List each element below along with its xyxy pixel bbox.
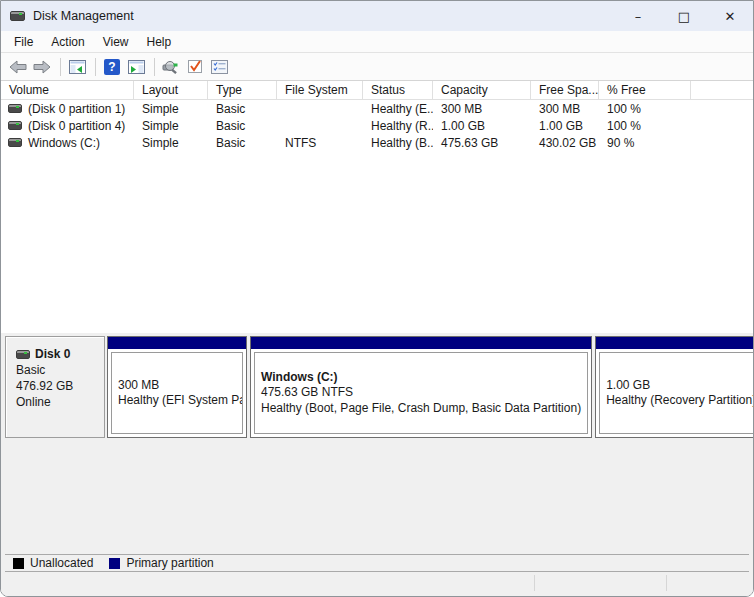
- show-console-tree-icon[interactable]: [66, 56, 88, 78]
- primary-partition-swatch: [109, 558, 120, 569]
- column-header-empty: [691, 81, 753, 99]
- close-button[interactable]: ✕: [707, 1, 753, 31]
- partition-status: Healthy (EFI System Parti: [118, 393, 236, 409]
- partition-color-band: [596, 337, 754, 349]
- menu-bar: File Action View Help: [1, 31, 753, 53]
- status-bar-separator: [666, 575, 667, 591]
- menu-file[interactable]: File: [5, 33, 42, 51]
- minimize-button[interactable]: –: [615, 1, 661, 31]
- disk-0-row: Disk 0 Basic 476.92 GB Online 300 MB Hea…: [5, 336, 749, 438]
- volume-name-cell: (Disk 0 partition 4): [1, 119, 134, 133]
- menu-help[interactable]: Help: [138, 33, 181, 51]
- unallocated-swatch: [13, 558, 24, 569]
- column-header-type[interactable]: Type: [208, 81, 277, 99]
- title-bar: Disk Management – □ ✕: [1, 1, 753, 31]
- type-cell: Basic: [208, 119, 277, 133]
- column-header-layout[interactable]: Layout: [134, 81, 208, 99]
- disk-0-type: Basic: [16, 362, 104, 378]
- column-header-free-space[interactable]: Free Spa...: [531, 81, 599, 99]
- free-space-cell: 430.02 GB: [531, 136, 599, 150]
- window-controls: – □ ✕: [615, 1, 753, 31]
- partition-size: 300 MB: [118, 378, 236, 394]
- disk-0-label: Disk 0: [35, 346, 70, 362]
- column-header-file-system[interactable]: File System: [277, 81, 363, 99]
- column-header-volume[interactable]: Volume: [1, 81, 134, 99]
- maximize-button[interactable]: □: [661, 1, 707, 31]
- menu-action[interactable]: Action: [42, 33, 93, 51]
- partition-efi-system[interactable]: 300 MB Healthy (EFI System Parti: [107, 336, 247, 438]
- disk-0-header-panel[interactable]: Disk 0 Basic 476.92 GB Online: [5, 336, 105, 438]
- layout-cell: Simple: [134, 136, 208, 150]
- partition-color-band: [108, 337, 246, 349]
- primary-partition-label: Primary partition: [126, 556, 213, 570]
- column-header-status[interactable]: Status: [363, 81, 433, 99]
- volume-name-cell: (Disk 0 partition 1): [1, 102, 134, 116]
- show-action-pane-icon[interactable]: [125, 56, 147, 78]
- unallocated-label: Unallocated: [30, 556, 93, 570]
- layout-cell: Simple: [134, 119, 208, 133]
- volume-name: Windows (C:): [28, 136, 100, 150]
- partition-color-band: [251, 337, 591, 349]
- volume-name: (Disk 0 partition 4): [28, 119, 125, 133]
- pct-free-cell: 100 %: [599, 102, 691, 116]
- partition-size: 475.63 GB NTFS: [261, 385, 581, 401]
- disk-0-size: 476.92 GB: [16, 378, 104, 394]
- layout-cell: Simple: [134, 102, 208, 116]
- partition-windows-c[interactable]: Windows (C:) 475.63 GB NTFS Healthy (Boo…: [250, 336, 592, 438]
- status-cell: Healthy (B...: [363, 136, 433, 150]
- partition-status: Healthy (Recovery Partition): [606, 393, 754, 409]
- column-header-pct-free[interactable]: % Free: [599, 81, 691, 99]
- type-cell: Basic: [208, 102, 277, 116]
- graphical-view-pane: Disk 0 Basic 476.92 GB Online 300 MB Hea…: [1, 333, 753, 572]
- status-cell: Healthy (E...: [363, 102, 433, 116]
- partition-title: Windows (C:): [261, 370, 581, 386]
- window-title: Disk Management: [33, 9, 134, 23]
- toolbar-separator: [60, 58, 61, 76]
- free-space-cell: 300 MB: [531, 102, 599, 116]
- properties-list-icon[interactable]: [208, 56, 230, 78]
- forward-icon[interactable]: [31, 56, 53, 78]
- toolbar-separator: [154, 58, 155, 76]
- volume-name-cell: Windows (C:): [1, 136, 134, 150]
- disk-0-icon: [16, 350, 30, 359]
- capacity-cell: 1.00 GB: [433, 119, 531, 133]
- menu-view[interactable]: View: [94, 33, 138, 51]
- check-status-icon[interactable]: [184, 56, 206, 78]
- capacity-cell: 475.63 GB: [433, 136, 531, 150]
- table-row[interactable]: (Disk 0 partition 1) Simple Basic Health…: [1, 100, 753, 117]
- volume-drive-icon: [8, 138, 22, 147]
- volume-drive-icon: [8, 121, 22, 130]
- rescan-disks-icon[interactable]: [160, 56, 182, 78]
- disk-0-status: Online: [16, 394, 104, 410]
- volume-table-header: Volume Layout Type File System Status Ca…: [1, 81, 753, 100]
- free-space-cell: 1.00 GB: [531, 119, 599, 133]
- status-bar-separator: [534, 575, 535, 591]
- disk-management-app-icon: [10, 11, 25, 21]
- back-icon[interactable]: [7, 56, 29, 78]
- table-row[interactable]: (Disk 0 partition 4) Simple Basic Health…: [1, 117, 753, 134]
- volume-drive-icon: [8, 104, 22, 113]
- partition-legend: Unallocated Primary partition: [5, 554, 749, 572]
- partition-status: Healthy (Boot, Page File, Crash Dump, Ba…: [261, 401, 581, 417]
- status-cell: Healthy (R...: [363, 119, 433, 133]
- file-system-cell: NTFS: [277, 136, 363, 150]
- volume-name: (Disk 0 partition 1): [28, 102, 125, 116]
- pct-free-cell: 100 %: [599, 119, 691, 133]
- status-bar: [1, 572, 753, 596]
- toolbar-separator: [95, 58, 96, 76]
- partitions-strip: 300 MB Healthy (EFI System Parti Windows…: [107, 336, 754, 438]
- partition-recovery[interactable]: 1.00 GB Healthy (Recovery Partition): [595, 336, 754, 438]
- volume-list-pane: Volume Layout Type File System Status Ca…: [1, 81, 753, 333]
- capacity-cell: 300 MB: [433, 102, 531, 116]
- type-cell: Basic: [208, 136, 277, 150]
- help-icon[interactable]: ?: [101, 56, 123, 78]
- pct-free-cell: 90 %: [599, 136, 691, 150]
- table-row[interactable]: Windows (C:) Simple Basic NTFS Healthy (…: [1, 134, 753, 151]
- disk-management-window: Disk Management – □ ✕ File Action View H…: [0, 0, 754, 597]
- partition-size: 1.00 GB: [606, 378, 754, 394]
- column-header-capacity[interactable]: Capacity: [433, 81, 531, 99]
- toolbar: ?: [1, 53, 753, 81]
